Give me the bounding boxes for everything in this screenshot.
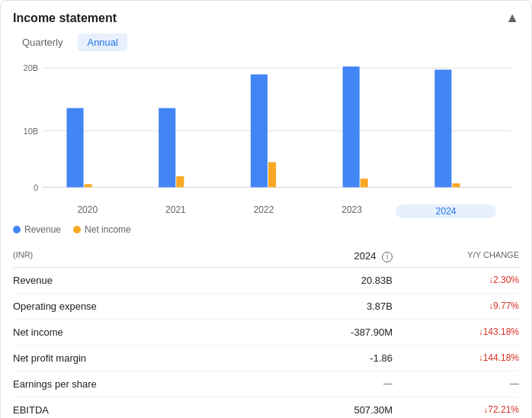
svg-text:10B: 10B: [24, 127, 39, 136]
chart-legend: Revenue Net income: [13, 224, 519, 235]
year-label-2023[interactable]: 2023: [308, 204, 396, 218]
row-change-ebitda: ↓72.21%: [393, 404, 519, 415]
info-icon[interactable]: i: [382, 252, 393, 262]
row-change-npm: ↓144.18%: [393, 352, 519, 363]
year-label-2024[interactable]: 2024: [396, 204, 496, 218]
bar-2021-income: [176, 176, 184, 187]
row-change-opex: ↓9.77%: [393, 301, 519, 311]
bar-2020-income: [85, 184, 92, 187]
bar-2024-income: [452, 183, 460, 187]
svg-text:20B: 20B: [24, 63, 39, 72]
table-row: Earnings per share — —: [13, 371, 519, 397]
row-change-net-income: ↓143.18%: [393, 326, 519, 337]
legend-revenue: Revenue: [13, 224, 61, 235]
row-value-npm: -1.86: [266, 352, 393, 364]
row-change-revenue: ↓2.30%: [393, 275, 519, 285]
tab-bar: Quarterly Annual: [13, 34, 519, 51]
year-label-2020[interactable]: 2020: [43, 204, 132, 218]
col-year: 2024 i: [266, 250, 393, 262]
page-title: Income statement: [13, 11, 117, 25]
bar-2024-revenue: [434, 69, 451, 187]
revenue-dot: [13, 226, 21, 233]
net-income-label: Net income: [85, 224, 131, 235]
row-label-opex: Operating expense: [13, 301, 266, 312]
bar-2022-income: [268, 162, 276, 188]
table-row: Revenue 20.83B ↓2.30%: [13, 268, 519, 294]
col-currency: (INR): [13, 250, 266, 262]
row-value-net-income: -387.90M: [266, 326, 393, 338]
row-value-opex: 3.87B: [266, 301, 393, 312]
bar-2023-income: [361, 178, 368, 187]
bar-2021-revenue: [159, 108, 175, 188]
row-label-npm: Net profit margin: [13, 352, 266, 364]
chart-year-labels: 2020 2021 2022 2023 2024: [13, 204, 519, 218]
row-value-eps: —: [266, 378, 393, 389]
row-label-revenue: Revenue: [13, 275, 266, 286]
net-income-dot: [73, 226, 81, 233]
tab-quarterly[interactable]: Quarterly: [13, 34, 72, 51]
revenue-label: Revenue: [24, 224, 61, 235]
table-row: Net profit margin -1.86 ↓144.18%: [13, 346, 519, 371]
row-change-eps: —: [393, 378, 519, 389]
table-row: Operating expense 3.87B ↓9.77%: [13, 294, 519, 320]
year-label-2022[interactable]: 2022: [220, 204, 308, 218]
collapse-icon[interactable]: ▲: [505, 10, 519, 26]
income-chart: 20B 10B 0: [13, 60, 519, 201]
bar-2022-revenue: [251, 75, 268, 188]
tab-annual[interactable]: Annual: [78, 34, 127, 51]
bar-2023-revenue: [343, 66, 360, 187]
legend-net-income: Net income: [73, 224, 131, 235]
row-value-ebitda: 507.30M: [266, 404, 393, 416]
col-change-header: Y/Y CHANGE: [393, 250, 519, 262]
table-row: Net income -387.90M ↓143.18%: [13, 320, 519, 346]
table-row: EBITDA 507.30M ↓72.21%: [13, 397, 519, 418]
table-body: Revenue 20.83B ↓2.30% Operating expense …: [13, 268, 519, 418]
row-label-eps: Earnings per share: [13, 378, 266, 390]
chart-svg: 20B 10B 0: [13, 60, 519, 201]
svg-text:0: 0: [34, 183, 38, 192]
bar-2020-revenue: [66, 108, 83, 188]
row-label-net-income: Net income: [13, 326, 266, 338]
row-label-ebitda: EBITDA: [13, 404, 266, 416]
year-label-2021[interactable]: 2021: [132, 204, 220, 218]
table-header: (INR) 2024 i Y/Y CHANGE: [13, 246, 519, 268]
row-value-revenue: 20.83B: [266, 275, 393, 286]
